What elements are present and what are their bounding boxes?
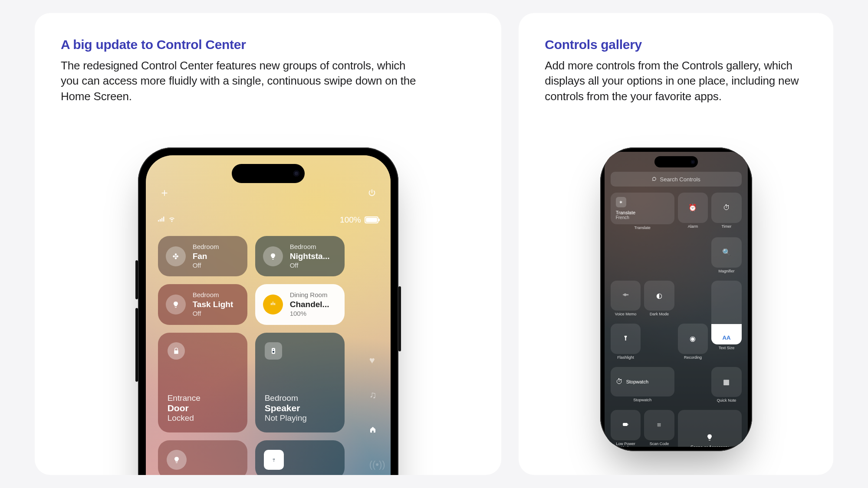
alarm-icon: ⏰ (688, 203, 697, 212)
body-controls-gallery: Add more controls from the Controls gall… (545, 58, 807, 104)
tile-bedroom-tasklight[interactable]: Bedroom Task Light Off (158, 284, 247, 324)
svg-point-5 (270, 304, 272, 305)
stopwatch-icon: ⏱ (616, 378, 623, 386)
svg-rect-3 (163, 216, 164, 221)
control-scan-code[interactable]: ⌗ Scan Code (644, 410, 674, 447)
bulb-icon (166, 295, 186, 314)
textsize-icon: AA (711, 334, 742, 341)
qr-icon: ⌗ (657, 421, 661, 429)
control-timer[interactable]: ⏱ Timer (711, 193, 742, 234)
svg-rect-11 (271, 457, 276, 462)
magnifier-icon: 🔍 (722, 248, 731, 256)
svg-rect-16 (624, 294, 625, 296)
control-stopwatch-large[interactable]: ⏱ Stopwatch Stopwatch (611, 367, 674, 407)
card-control-center: A big update to Control Center The redes… (35, 13, 501, 475)
chandelier-icon (263, 295, 283, 314)
control-low-power[interactable]: Low Power Mode (611, 410, 641, 447)
outlet-icon (264, 450, 284, 470)
svg-rect-0 (158, 220, 159, 221)
card-controls-gallery: Controls gallery Add more controls from … (519, 13, 833, 475)
svg-rect-22 (628, 424, 628, 425)
control-voice-memo[interactable]: Voice Memo (611, 281, 641, 321)
bulb-icon (263, 246, 283, 266)
darkmode-icon: ◐ (656, 291, 662, 300)
control-scene-accessory[interactable]: Scene or Accessory Home (678, 410, 742, 447)
body-control-center: The redesigned Control Center features n… (61, 58, 417, 104)
add-control-icon[interactable] (158, 187, 171, 200)
control-magnifier[interactable]: 🔍 Magnifier (711, 237, 742, 277)
speaker-icon (265, 342, 282, 360)
control-dark-mode[interactable]: ◐ Dark Mode (644, 281, 674, 321)
music-icon[interactable]: ♫ (369, 390, 385, 401)
phone-mockup-gallery: Search Controls ✶ Translate French (600, 147, 752, 451)
battery-percent: 100% (340, 215, 361, 225)
svg-point-6 (272, 304, 273, 305)
control-alarm[interactable]: ⏰ Alarm (678, 193, 708, 234)
bulb-icon (167, 450, 187, 470)
battery-icon (623, 421, 628, 429)
svg-rect-1 (160, 219, 161, 222)
tile-dining-chandelier[interactable]: Dining Room Chandel... 100% (255, 284, 345, 324)
svg-point-10 (272, 350, 274, 353)
control-text-size[interactable]: AA Text Size (711, 281, 742, 364)
tile-bedroom-nightstand[interactable]: Bedroom Nightsta... Off (255, 236, 345, 276)
control-translate-large[interactable]: ✶ Translate French Translate (611, 193, 674, 234)
svg-rect-13 (274, 459, 274, 460)
svg-rect-19 (627, 295, 627, 295)
control-flashlight[interactable]: Flashlight (611, 324, 641, 364)
wifi-icon (168, 215, 175, 225)
svg-point-14 (273, 460, 274, 461)
power-icon[interactable] (365, 187, 378, 200)
search-controls-field[interactable]: Search Controls (611, 172, 742, 187)
svg-rect-18 (626, 294, 626, 296)
quicknote-icon: ▦ (723, 378, 730, 386)
waveform-icon (623, 291, 628, 299)
svg-rect-23 (623, 423, 625, 425)
heart-icon[interactable]: ♥ (369, 355, 385, 366)
heading-controls-gallery: Controls gallery (545, 37, 807, 52)
svg-rect-20 (628, 294, 628, 295)
search-placeholder: Search Controls (660, 176, 700, 183)
svg-rect-2 (161, 218, 162, 222)
control-recording[interactable]: ◉ Recording (678, 324, 708, 364)
svg-point-9 (273, 349, 274, 350)
flashlight-icon (623, 335, 628, 343)
timer-icon: ⏱ (723, 204, 730, 212)
fan-icon (166, 246, 186, 266)
svg-rect-12 (273, 459, 273, 460)
heading-control-center: A big update to Control Center (61, 37, 475, 52)
tile-bedroom-fan[interactable]: Bedroom Fan Off (158, 236, 247, 276)
translate-icon: ✶ (616, 197, 626, 207)
tile-extra-outlet[interactable] (255, 440, 345, 475)
status-bar: 100% (158, 215, 378, 225)
bulb-icon (706, 434, 713, 442)
home-icon[interactable] (369, 424, 385, 436)
broadcast-icon[interactable]: ((•)) (369, 459, 385, 470)
signal-icon (158, 215, 165, 225)
tile-bedroom-speaker[interactable]: Bedroom Speaker Not Playing (255, 333, 345, 432)
svg-point-7 (274, 304, 275, 305)
page-indicators[interactable]: ♥ ♫ ((•)) (369, 355, 385, 470)
svg-rect-17 (625, 294, 625, 297)
control-quick-note[interactable]: ▦ Quick Note (711, 367, 742, 407)
svg-rect-15 (623, 295, 623, 295)
battery-icon (365, 216, 378, 223)
phone-mockup-control-center: 100% Bedroom Fa (138, 147, 398, 475)
lock-icon (168, 342, 185, 360)
record-icon: ◉ (690, 334, 696, 343)
tile-entrance-door[interactable]: Entrance Door Locked (158, 333, 247, 432)
tile-extra-bulb[interactable] (158, 440, 247, 475)
